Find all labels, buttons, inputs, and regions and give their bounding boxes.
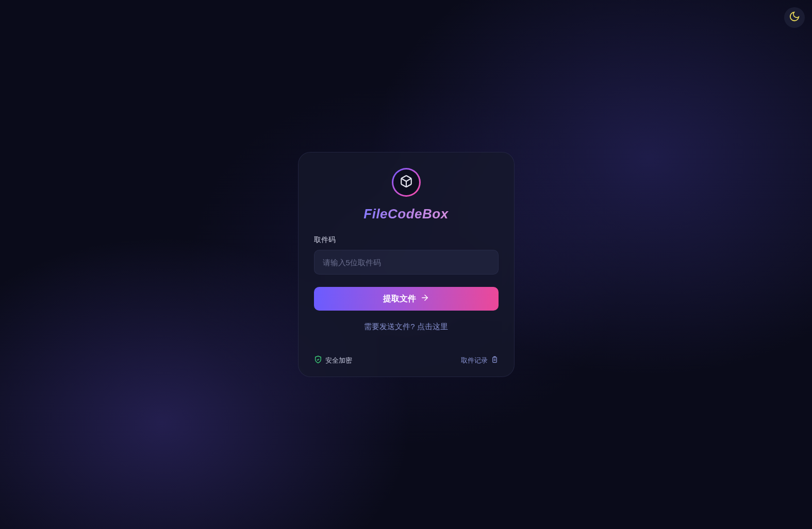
secure-badge: 安全加密 — [314, 355, 352, 365]
moon-icon — [789, 11, 800, 24]
history-label: 取件记录 — [461, 356, 488, 365]
retrieve-button-label: 提取文件 — [383, 294, 416, 304]
retrieve-card: FileCodeBox 取件码 提取文件 需要发送文件? 点击这里 安全加密 取… — [298, 152, 515, 377]
code-field-label: 取件码 — [314, 235, 499, 245]
logo-ring — [392, 168, 421, 197]
clipboard-icon — [491, 356, 499, 365]
svg-rect-2 — [492, 357, 496, 362]
card-footer: 安全加密 取件记录 — [314, 355, 499, 365]
pickup-code-input[interactable] — [314, 250, 499, 275]
logo-section: FileCodeBox — [314, 168, 499, 222]
shield-check-icon — [314, 355, 322, 365]
retrieve-file-button[interactable]: 提取文件 — [314, 287, 499, 311]
secure-label: 安全加密 — [325, 356, 352, 365]
arrow-right-icon — [420, 293, 429, 304]
logo-inner — [393, 169, 419, 195]
app-title: FileCodeBox — [363, 206, 448, 222]
theme-toggle-button[interactable] — [784, 7, 805, 28]
box-icon — [400, 175, 413, 190]
send-file-link[interactable]: 需要发送文件? 点击这里 — [314, 322, 499, 332]
history-link[interactable]: 取件记录 — [461, 356, 499, 365]
